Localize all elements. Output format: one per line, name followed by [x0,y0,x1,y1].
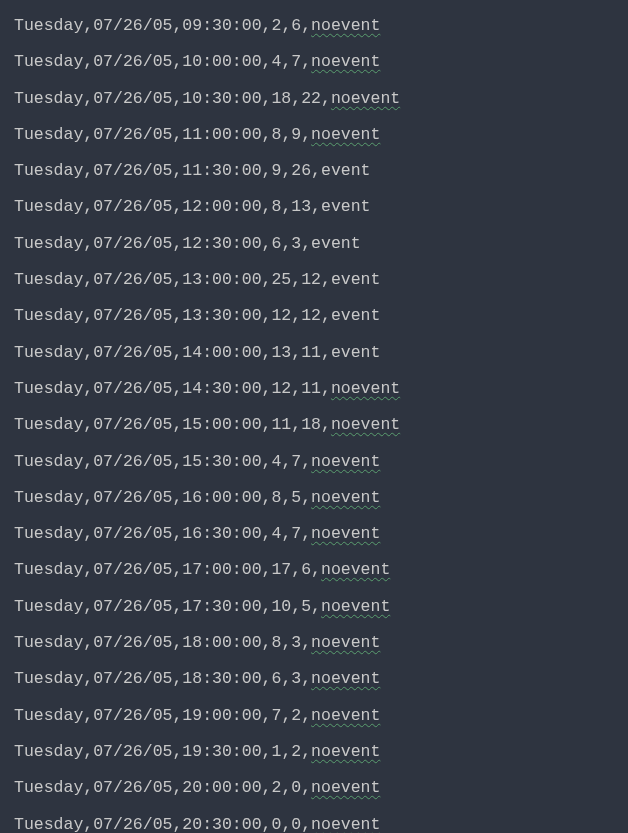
csv-row[interactable]: Tuesday,07/26/05,14:00:00,13,11,event [14,335,614,371]
csv-separator: , [291,560,301,579]
value-2: 7 [291,452,301,471]
day-value: Tuesday [14,524,83,543]
event-flag: noevent [311,488,380,507]
csv-separator: , [83,234,93,253]
csv-separator: , [262,161,272,180]
csv-row[interactable]: Tuesday,07/26/05,10:00:00,4,7,noevent [14,44,614,80]
time-value: 18:30:00 [182,669,261,688]
value-2: 26 [291,161,311,180]
date-value: 07/26/05 [93,742,172,761]
csv-separator: , [262,52,272,71]
csv-row[interactable]: Tuesday,07/26/05,11:30:00,9,26,event [14,153,614,189]
event-flag: noevent [331,415,400,434]
event-flag: noevent [311,524,380,543]
csv-row[interactable]: Tuesday,07/26/05,18:00:00,8,3,noevent [14,625,614,661]
csv-separator: , [172,488,182,507]
value-2: 6 [291,16,301,35]
csv-row[interactable]: Tuesday,07/26/05,18:30:00,6,3,noevent [14,661,614,697]
time-value: 19:30:00 [182,742,261,761]
csv-separator: , [83,560,93,579]
csv-row[interactable]: Tuesday,07/26/05,12:00:00,8,13,event [14,189,614,225]
csv-separator: , [83,815,93,833]
csv-separator: , [83,742,93,761]
event-flag: noevent [321,560,390,579]
csv-row[interactable]: Tuesday,07/26/05,17:30:00,10,5,noevent [14,589,614,625]
value-1: 25 [271,270,291,289]
event-flag: noevent [311,125,380,144]
csv-row[interactable]: Tuesday,07/26/05,19:30:00,1,2,noevent [14,734,614,770]
csv-separator: , [281,197,291,216]
date-value: 07/26/05 [93,52,172,71]
day-value: Tuesday [14,89,83,108]
csv-row[interactable]: Tuesday,07/26/05,16:00:00,8,5,noevent [14,480,614,516]
csv-separator: , [262,343,272,362]
csv-separator: , [83,778,93,797]
value-2: 3 [291,669,301,688]
csv-separator: , [83,270,93,289]
csv-row[interactable]: Tuesday,07/26/05,17:00:00,17,6,noevent [14,552,614,588]
event-flag: noevent [311,815,380,833]
date-value: 07/26/05 [93,234,172,253]
csv-row[interactable]: Tuesday,07/26/05,13:30:00,12,12,event [14,298,614,334]
csv-separator: , [291,270,301,289]
event-flag: noevent [311,706,380,725]
time-value: 16:00:00 [182,488,261,507]
csv-separator: , [301,16,311,35]
csv-row[interactable]: Tuesday,07/26/05,16:30:00,4,7,noevent [14,516,614,552]
value-1: 17 [271,560,291,579]
csv-row[interactable]: Tuesday,07/26/05,19:00:00,7,2,noevent [14,698,614,734]
csv-separator: , [172,234,182,253]
value-1: 8 [271,488,281,507]
csv-separator: , [291,343,301,362]
csv-row[interactable]: Tuesday,07/26/05,13:00:00,25,12,event [14,262,614,298]
day-value: Tuesday [14,270,83,289]
value-2: 7 [291,524,301,543]
csv-row[interactable]: Tuesday,07/26/05,20:30:00,0,0,noevent [14,807,614,833]
value-1: 9 [271,161,281,180]
csv-row[interactable]: Tuesday,07/26/05,12:30:00,6,3,event [14,226,614,262]
csv-row[interactable]: Tuesday,07/26/05,11:00:00,8,9,noevent [14,117,614,153]
date-value: 07/26/05 [93,197,172,216]
day-value: Tuesday [14,306,83,325]
csv-separator: , [83,52,93,71]
value-2: 3 [291,633,301,652]
csv-separator: , [301,815,311,833]
day-value: Tuesday [14,379,83,398]
event-flag: event [331,270,381,289]
csv-separator: , [262,524,272,543]
day-value: Tuesday [14,597,83,616]
csv-row[interactable]: Tuesday,07/26/05,14:30:00,12,11,noevent [14,371,614,407]
csv-row[interactable]: Tuesday,07/26/05,09:30:00,2,6,noevent [14,8,614,44]
day-value: Tuesday [14,778,83,797]
text-editor-content[interactable]: Tuesday,07/26/05,09:30:00,2,6,noeventTue… [14,8,614,833]
value-2: 9 [291,125,301,144]
date-value: 07/26/05 [93,560,172,579]
value-1: 2 [271,16,281,35]
time-value: 20:00:00 [182,778,261,797]
csv-separator: , [281,706,291,725]
day-value: Tuesday [14,197,83,216]
event-flag: event [321,197,371,216]
day-value: Tuesday [14,815,83,833]
value-1: 1 [271,742,281,761]
csv-separator: , [83,452,93,471]
csv-separator: , [281,234,291,253]
day-value: Tuesday [14,488,83,507]
value-1: 4 [271,524,281,543]
csv-separator: , [172,742,182,761]
csv-row[interactable]: Tuesday,07/26/05,15:30:00,4,7,noevent [14,444,614,480]
value-1: 12 [271,379,291,398]
csv-row[interactable]: Tuesday,07/26/05,15:00:00,11,18,noevent [14,407,614,443]
value-1: 4 [271,52,281,71]
csv-separator: , [172,815,182,833]
value-1: 0 [271,815,281,833]
csv-separator: , [301,488,311,507]
day-value: Tuesday [14,161,83,180]
csv-separator: , [262,270,272,289]
csv-row[interactable]: Tuesday,07/26/05,20:00:00,2,0,noevent [14,770,614,806]
csv-separator: , [262,306,272,325]
value-2: 13 [291,197,311,216]
csv-separator: , [321,415,331,434]
time-value: 18:00:00 [182,633,261,652]
csv-row[interactable]: Tuesday,07/26/05,10:30:00,18,22,noevent [14,81,614,117]
